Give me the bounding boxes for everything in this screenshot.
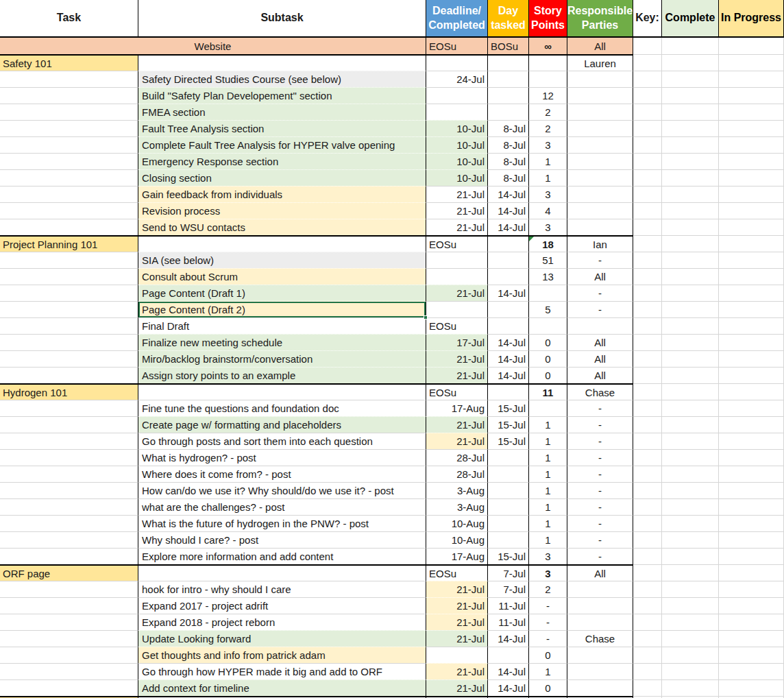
key-column-cell[interactable]	[633, 136, 662, 153]
deadline-cell[interactable]: EOSu	[426, 564, 488, 581]
day-tasked-cell[interactable]: 11-Jul	[488, 614, 529, 630]
key-column-cell[interactable]	[633, 564, 662, 581]
in-progress-column-cell[interactable]	[719, 169, 784, 186]
key-column-cell[interactable]	[633, 416, 662, 433]
day-tasked-cell[interactable]: 14-Jul	[488, 663, 529, 679]
day-tasked-cell[interactable]: 15-Jul	[488, 400, 529, 416]
responsible-cell[interactable]: -	[567, 301, 633, 317]
deadline-cell[interactable]: 21-Jul	[426, 350, 488, 367]
day-tasked-cell[interactable]: 14-Jul	[488, 186, 529, 202]
complete-column-cell[interactable]	[662, 647, 719, 663]
story-points-cell[interactable]: 1	[529, 433, 567, 449]
task-cell[interactable]	[0, 581, 138, 597]
deadline-cell[interactable]: EOSu	[426, 235, 488, 252]
subtask-cell[interactable]: Create page w/ formatting and placeholde…	[138, 416, 426, 433]
story-points-cell[interactable]: 5	[529, 301, 567, 317]
day-tasked-cell[interactable]: 14-Jul	[488, 367, 529, 383]
day-tasked-cell[interactable]: 14-Jul	[488, 350, 529, 367]
day-tasked-cell[interactable]	[488, 87, 529, 104]
in-progress-column-cell[interactable]	[719, 515, 784, 531]
story-points-cell[interactable]: -	[529, 614, 567, 630]
key-column-cell[interactable]	[633, 482, 662, 498]
task-cell[interactable]	[0, 433, 138, 449]
responsible-cell[interactable]	[567, 169, 633, 186]
in-progress-column-cell[interactable]	[719, 87, 784, 104]
subtask-cell[interactable]: What is hydrogen? - post	[138, 449, 426, 466]
complete-column-cell[interactable]	[662, 630, 719, 647]
task-cell[interactable]	[0, 87, 138, 104]
task-cell[interactable]	[0, 515, 138, 531]
key-column-cell[interactable]	[633, 301, 662, 317]
in-progress-column-cell[interactable]	[719, 301, 784, 317]
key-column-cell[interactable]	[633, 334, 662, 350]
responsible-cell[interactable]	[567, 614, 633, 630]
complete-column-cell[interactable]	[662, 301, 719, 317]
col-header-subtask[interactable]: Subtask	[138, 0, 426, 38]
day-tasked-cell[interactable]: 15-Jul	[488, 433, 529, 449]
subtask-cell[interactable]: Page Content (Draft 1)	[138, 285, 426, 301]
day-tasked-cell[interactable]: 8-Jul	[488, 120, 529, 136]
deadline-cell[interactable]: 21-Jul	[426, 679, 488, 696]
key-column-cell[interactable]	[633, 202, 662, 219]
day-tasked-cell[interactable]	[488, 235, 529, 252]
story-points-cell[interactable]: 1	[529, 498, 567, 515]
in-progress-column-cell[interactable]	[719, 350, 784, 367]
responsible-cell[interactable]	[567, 153, 633, 169]
subtask-cell[interactable]: Why should I care? - post	[138, 531, 426, 548]
subtask-cell[interactable]: Send to WSU contacts	[138, 219, 426, 235]
subtask-cell[interactable]: Update Looking forward	[138, 630, 426, 647]
website-merged-cell[interactable]: Website	[0, 38, 426, 54]
key-column-cell[interactable]	[633, 54, 662, 71]
story-points-cell[interactable]: 3	[529, 136, 567, 153]
responsible-cell[interactable]: Chase	[567, 383, 633, 400]
deadline-cell[interactable]	[426, 647, 488, 663]
subtask-cell[interactable]: Emergency Response section	[138, 153, 426, 169]
responsible-cell[interactable]: All	[567, 564, 633, 581]
subtask-cell[interactable]: Consult about Scrum	[138, 268, 426, 285]
task-cell[interactable]	[0, 630, 138, 647]
subtask-cell[interactable]: Expand 2018 - project reborn	[138, 614, 426, 630]
story-points-cell[interactable]: 1	[529, 416, 567, 433]
story-points-cell[interactable]: 2	[529, 581, 567, 597]
in-progress-column-cell[interactable]	[719, 219, 784, 235]
in-progress-column-cell[interactable]	[719, 400, 784, 416]
key-column-cell[interactable]	[633, 186, 662, 202]
story-points-cell[interactable]: 3	[529, 564, 567, 581]
in-progress-column-cell[interactable]	[719, 136, 784, 153]
in-progress-column-cell[interactable]	[719, 630, 784, 647]
responsible-cell[interactable]	[567, 186, 633, 202]
deadline-cell[interactable]: 17-Aug	[426, 548, 488, 564]
complete-column-cell[interactable]	[662, 136, 719, 153]
key-column-cell[interactable]	[633, 679, 662, 696]
key-column-cell[interactable]	[633, 647, 662, 663]
in-progress-column-cell[interactable]	[719, 38, 784, 54]
complete-column-cell[interactable]	[662, 169, 719, 186]
complete-column-cell[interactable]	[662, 614, 719, 630]
key-label-cell[interactable]: Key:	[633, 0, 662, 38]
deadline-cell[interactable]: 17-Jul	[426, 334, 488, 350]
task-cell[interactable]	[0, 252, 138, 268]
deadline-cell[interactable]	[426, 87, 488, 104]
deadline-cell[interactable]: 17-Aug	[426, 400, 488, 416]
key-column-cell[interactable]	[633, 285, 662, 301]
complete-column-cell[interactable]	[662, 268, 719, 285]
complete-column-cell[interactable]	[662, 87, 719, 104]
task-cell[interactable]: Project Planning 101	[0, 235, 138, 252]
story-points-cell[interactable]: 0	[529, 679, 567, 696]
deadline-cell[interactable]: 21-Jul	[426, 285, 488, 301]
subtask-cell[interactable]	[138, 54, 426, 71]
task-cell[interactable]	[0, 466, 138, 482]
task-cell[interactable]	[0, 317, 138, 334]
deadline-cell[interactable]: 21-Jul	[426, 663, 488, 679]
day-tasked-cell[interactable]	[488, 531, 529, 548]
story-points-cell[interactable]: 1	[529, 449, 567, 466]
in-progress-column-cell[interactable]	[719, 285, 784, 301]
day-tasked-cell[interactable]	[488, 268, 529, 285]
task-cell[interactable]	[0, 482, 138, 498]
subtask-cell[interactable]: Complete Fault Tree Analysis for HYPER v…	[138, 136, 426, 153]
complete-column-cell[interactable]	[662, 317, 719, 334]
key-column-cell[interactable]	[633, 531, 662, 548]
complete-column-cell[interactable]	[662, 515, 719, 531]
complete-column-cell[interactable]	[662, 383, 719, 400]
complete-column-cell[interactable]	[662, 285, 719, 301]
